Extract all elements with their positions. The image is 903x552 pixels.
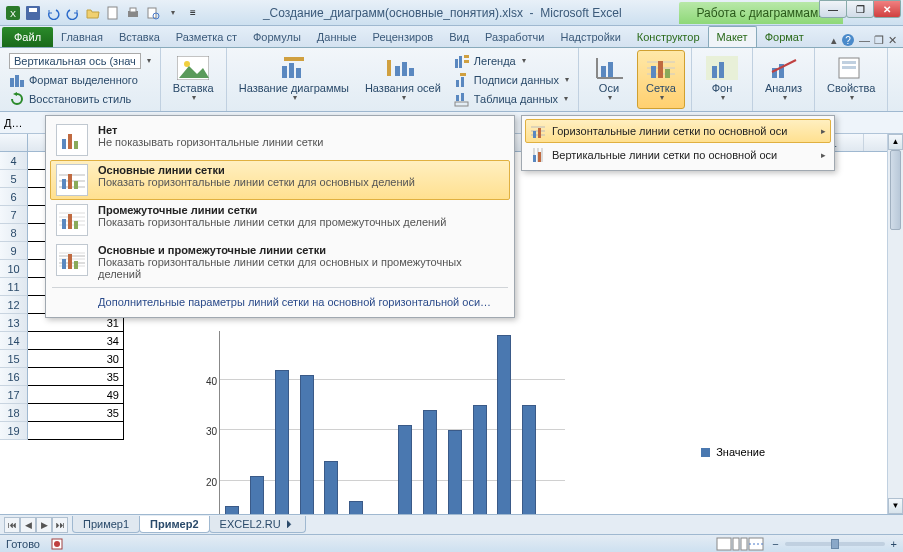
open-icon[interactable] [84, 4, 102, 22]
minimize-button[interactable]: — [819, 0, 847, 18]
qat-customize-icon[interactable]: ▾ [164, 4, 182, 22]
doc-restore-icon[interactable]: ❐ [874, 34, 884, 47]
minimize-ribbon-icon[interactable]: ▴ [831, 34, 837, 47]
sheet-nav-first-icon[interactable]: ⏮ [4, 517, 20, 533]
tab-view[interactable]: Вид [441, 27, 477, 47]
close-button[interactable]: ✕ [873, 0, 901, 18]
cell[interactable]: 49 [28, 386, 124, 404]
help-icon[interactable]: ? [841, 33, 855, 47]
tab-data[interactable]: Данные [309, 27, 365, 47]
view-page-layout-icon[interactable] [732, 537, 748, 551]
row-header[interactable]: 4 [0, 152, 28, 170]
data-labels-button[interactable]: Подписи данных▾ [451, 71, 572, 89]
tab-developer[interactable]: Разработчи [477, 27, 552, 47]
row-header[interactable]: 14 [0, 332, 28, 350]
gridlines-minor-icon [56, 204, 88, 236]
row-header[interactable]: 13 [0, 314, 28, 332]
quick-print-icon[interactable] [124, 4, 142, 22]
print-preview-icon[interactable] [144, 4, 162, 22]
submenu-horizontal-gridlines[interactable]: Горизонтальные линии сетки по основной о… [525, 119, 831, 143]
cell[interactable]: 30 [28, 350, 124, 368]
svg-rect-74 [68, 254, 72, 269]
excel-icon[interactable]: X [4, 4, 22, 22]
insert-button[interactable]: Вставка▾ [167, 50, 220, 109]
row-header[interactable]: 6 [0, 188, 28, 206]
menu-more-options[interactable]: Дополнительные параметры линий сетки на … [50, 291, 510, 313]
zoom-slider[interactable] [785, 542, 885, 546]
sheet-tab[interactable]: Пример1 [72, 516, 140, 533]
scroll-thumb[interactable] [890, 150, 901, 230]
data-table-button[interactable]: Таблица данных▾ [451, 90, 572, 108]
svg-rect-53 [68, 134, 72, 149]
menu-item-both[interactable]: Основные и промежуточные линии сеткиПока… [50, 240, 510, 284]
properties-button[interactable]: Свойства▾ [821, 50, 881, 109]
tab-format[interactable]: Формат [757, 27, 812, 47]
undo-icon[interactable] [44, 4, 62, 22]
menu-item-minor[interactable]: Промежуточные линии сеткиПоказать горизо… [50, 200, 510, 240]
select-all-corner[interactable] [0, 134, 28, 151]
sheet-nav-last-icon[interactable]: ⏭ [52, 517, 68, 533]
doc-minimize-icon[interactable]: — [859, 34, 870, 46]
row-header[interactable]: 7 [0, 206, 28, 224]
svg-rect-80 [538, 128, 541, 138]
row-header[interactable]: 10 [0, 260, 28, 278]
gridlines-button[interactable]: Сетка▾ [637, 50, 685, 109]
view-normal-icon[interactable] [716, 537, 732, 551]
tab-insert[interactable]: Вставка [111, 27, 168, 47]
sheet-nav-prev-icon[interactable]: ◀ [20, 517, 36, 533]
tab-review[interactable]: Рецензиров [365, 27, 442, 47]
save-icon[interactable] [24, 4, 42, 22]
macro-record-icon[interactable] [50, 537, 64, 551]
reset-style-button[interactable]: Восстановить стиль [6, 90, 154, 108]
row-header[interactable]: 19 [0, 422, 28, 440]
tab-home[interactable]: Главная [53, 27, 111, 47]
chart-element-selector[interactable]: Вертикальная ось (знач▾ [6, 52, 154, 70]
row-header[interactable]: 12 [0, 296, 28, 314]
row-header[interactable]: 15 [0, 350, 28, 368]
analysis-button[interactable]: Анализ▾ [759, 50, 808, 109]
zoom-out-button[interactable]: − [772, 538, 778, 550]
doc-close-icon[interactable]: ✕ [888, 34, 897, 47]
row-header[interactable]: 18 [0, 404, 28, 422]
scroll-up-button[interactable]: ▲ [888, 134, 903, 150]
ribbon: Вертикальная ось (знач▾ Формат выделенно… [0, 48, 903, 112]
row-header[interactable]: 8 [0, 224, 28, 242]
cell[interactable] [28, 422, 124, 440]
zoom-in-button[interactable]: + [891, 538, 897, 550]
cell[interactable]: 35 [28, 368, 124, 386]
legend-button[interactable]: Легенда▾ [451, 52, 572, 70]
new-icon[interactable] [104, 4, 122, 22]
redo-icon[interactable] [64, 4, 82, 22]
row-header[interactable]: 11 [0, 278, 28, 296]
sheet-nav-next-icon[interactable]: ▶ [36, 517, 52, 533]
row-header[interactable]: 5 [0, 170, 28, 188]
file-tab[interactable]: Файл [2, 27, 53, 47]
sheet-tab[interactable]: EXCEL2.RU 🞂 [209, 516, 306, 533]
format-selection-button[interactable]: Формат выделенного [6, 71, 154, 89]
zoom-thumb[interactable] [831, 539, 839, 549]
view-page-break-icon[interactable] [748, 537, 764, 551]
submenu-vertical-gridlines[interactable]: Вертикальные линии сетки по основной оси… [525, 143, 831, 167]
scroll-down-button[interactable]: ▼ [888, 498, 903, 514]
row-header[interactable]: 17 [0, 386, 28, 404]
background-button[interactable]: Фон▾ [698, 50, 746, 109]
qat-more-icon[interactable]: ≡ [184, 4, 202, 22]
sheet-tab[interactable]: Пример2 [139, 516, 209, 533]
tab-addins[interactable]: Надстройки [552, 27, 628, 47]
menu-item-major[interactable]: Основные линии сеткиПоказать горизонталь… [50, 160, 510, 200]
tab-page-layout[interactable]: Разметка ст [168, 27, 245, 47]
tab-formulas[interactable]: Формулы [245, 27, 309, 47]
vertical-scrollbar[interactable]: ▲ ▼ [887, 134, 903, 514]
tab-layout[interactable]: Макет [708, 26, 757, 47]
menu-item-none[interactable]: НетНе показывать горизонтальные линии се… [50, 120, 510, 160]
chart-title-button[interactable]: Название диаграммы▾ [233, 50, 355, 109]
cell[interactable]: 34 [28, 332, 124, 350]
maximize-button[interactable]: ❐ [846, 0, 874, 18]
tab-design[interactable]: Конструктор [629, 27, 708, 47]
axis-titles-button[interactable]: Названия осей▾ [359, 50, 447, 109]
axes-button[interactable]: Оси▾ [585, 50, 633, 109]
row-header[interactable]: 9 [0, 242, 28, 260]
cell[interactable]: 35 [28, 404, 124, 422]
row-header[interactable]: 16 [0, 368, 28, 386]
chart-legend[interactable]: Значение [701, 446, 765, 458]
